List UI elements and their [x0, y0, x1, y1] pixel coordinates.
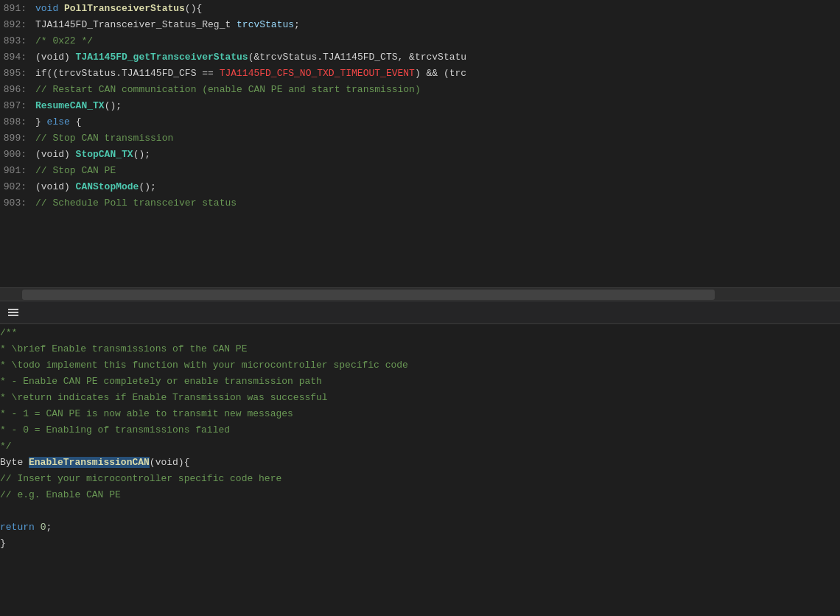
- call-902: ();: [139, 181, 155, 192]
- comment-893: /* 0x22 */: [35, 35, 93, 46]
- line-content-891: void PollTransceiverStatus(){: [35, 3, 202, 14]
- code-line-903: 903: // Schedule Poll transceiver status: [0, 197, 840, 214]
- code-line-eg: // e.g. Enable CAN PE: [0, 489, 840, 505]
- comment-eg: // e.g. Enable CAN PE: [0, 489, 121, 500]
- code-line-891: 891: void PollTransceiverStatus(){: [0, 3, 840, 19]
- line-c7: * - 0 = Enabling of transmissions failed: [0, 424, 230, 435]
- brace-898: }: [35, 116, 47, 127]
- args-894: (&trcvStatus.TJA1145FD_CTS, &trcvStatu: [248, 52, 466, 63]
- horizontal-scrollbar[interactable]: [0, 287, 840, 301]
- code-line-901: 901: // Stop CAN PE: [0, 165, 840, 181]
- code-line-close: }: [0, 538, 840, 554]
- code-line-comment-1: /**: [0, 327, 840, 343]
- code-line-empty: [0, 505, 840, 522]
- func-name-poll: PollTransceiverStatus: [64, 3, 185, 14]
- func-resume: ResumeCAN_TX: [35, 100, 105, 111]
- code-line-895: 895: if((trcvStatus.TJA1145FD_CFS == TJA…: [0, 68, 840, 84]
- keyword-void: void: [35, 3, 64, 14]
- call-897: ();: [105, 100, 122, 111]
- comment-zero: * - 0 = Enabling of transmissions failed: [0, 424, 230, 435]
- code-line-900: 900: (void) StopCAN_TX();: [0, 149, 840, 165]
- line-c2: * \brief Enable transmissions of the CAN…: [0, 343, 247, 354]
- panel-icon: [6, 305, 21, 320]
- line-num-892: 892:: [0, 19, 35, 30]
- code-line-comment-5: * \return indicates if Enable Transmissi…: [0, 392, 840, 408]
- line-return: return 0;: [0, 522, 52, 533]
- svg-rect-1: [8, 312, 18, 313]
- line-num-899: 899:: [0, 133, 35, 144]
- closing-brace: }: [0, 538, 6, 549]
- line-content-897: ResumeCAN_TX();: [35, 100, 122, 111]
- space-return: [35, 522, 41, 533]
- bottom-code-lines: /** * \brief Enable transmissions of the…: [0, 324, 840, 557]
- line-c8: */: [0, 441, 12, 452]
- line-num-896: 896:: [0, 84, 35, 95]
- func-stopcan: StopCAN_TX: [76, 149, 133, 160]
- comment-903: // Schedule Poll transceiver status: [35, 197, 237, 209]
- comment-insert: // Insert your microcontroller specific …: [0, 473, 281, 484]
- line-eg: // e.g. Enable CAN PE: [0, 489, 121, 500]
- func-getTransceiver: TJA1145FD_getTransceiverStatus: [76, 52, 248, 63]
- line-content-903: // Schedule Poll transceiver status: [35, 197, 237, 209]
- byte-type: Byte: [0, 457, 29, 468]
- semicolon: ;: [294, 19, 300, 30]
- func-sig-rest: (void){: [150, 457, 190, 468]
- line-c1: /**: [0, 327, 17, 338]
- line-num-903: 903:: [0, 197, 35, 209]
- line-func-sig: Byte EnableTransmissionCAN(void){: [0, 457, 189, 468]
- code-line-892: 892: TJA1145FD_Transceiver_Status_Reg_t …: [0, 19, 840, 35]
- comment-enable: * - Enable CAN PE completely or enable t…: [0, 376, 322, 387]
- line-num-895: 895:: [0, 68, 35, 79]
- void-cast-902: (void): [35, 181, 76, 192]
- if-895: if((trcvStatus.TJA1145FD_CFS ==: [35, 68, 220, 79]
- type-decl: TJA1145FD_Transceiver_Status_Reg_t: [35, 19, 237, 30]
- brace-open-898: {: [70, 116, 82, 127]
- code-line-comment-4: * - Enable CAN PE completely or enable t…: [0, 376, 840, 392]
- macro-timeout: TJA1145FD_CFS_NO_TXD_TIMEOUT_EVENT: [220, 68, 415, 79]
- line-num-902: 902:: [0, 181, 35, 192]
- code-line-899: 899: // Stop CAN transmission: [0, 133, 840, 149]
- code-line-return: return 0;: [0, 522, 840, 538]
- comment-901: // Stop CAN PE: [35, 165, 116, 176]
- comment-899: // Stop CAN transmission: [35, 133, 173, 144]
- line-empty: [0, 505, 6, 517]
- line-num-897: 897:: [0, 100, 35, 111]
- line-content-899: // Stop CAN transmission: [35, 133, 173, 144]
- code-line-insert: // Insert your microcontroller specific …: [0, 473, 840, 489]
- editor-container: 891: void PollTransceiverStatus(){ 892: …: [0, 0, 840, 616]
- keyword-return: return: [0, 522, 35, 533]
- top-code-panel: 891: void PollTransceiverStatus(){ 892: …: [0, 0, 840, 287]
- svg-rect-0: [8, 309, 18, 310]
- code-line-902: 902: (void) CANStopMode();: [0, 181, 840, 197]
- code-line-896: 896: // Restart CAN communication (enabl…: [0, 84, 840, 100]
- line-c6: * - 1 = CAN PE is now able to transmit n…: [0, 408, 293, 419]
- bottom-code-panel: /** * \brief Enable transmissions of the…: [0, 324, 840, 616]
- comment-return: * \return indicates if Enable Transmissi…: [0, 392, 328, 403]
- line-content-894: (void) TJA1145FD_getTransceiverStatus(&t…: [35, 52, 466, 63]
- scrollbar-thumb[interactable]: [22, 290, 715, 300]
- code-line-897: 897: ResumeCAN_TX();: [0, 100, 840, 116]
- svg-rect-2: [8, 315, 18, 316]
- func-enable-highlight: EnableTransmissionCAN: [29, 457, 150, 468]
- code-line-comment-8: */: [0, 441, 840, 457]
- line-content-902: (void) CANStopMode();: [35, 181, 156, 192]
- call-900: ();: [133, 149, 150, 160]
- void-cast-900: (void): [35, 149, 76, 160]
- code-line-comment-7: * - 0 = Enabling of transmissions failed: [0, 424, 840, 441]
- code-line-comment-6: * - 1 = CAN PE is now able to transmit n…: [0, 408, 840, 424]
- line-content-901: // Stop CAN PE: [35, 165, 116, 176]
- paren-open: (){: [185, 3, 202, 14]
- line-num-891: 891:: [0, 3, 35, 14]
- comment-end: */: [0, 441, 12, 452]
- line-num-894: 894:: [0, 52, 35, 63]
- line-num-900: 900:: [0, 149, 35, 160]
- code-line-comment-2: * \brief Enable transmissions of the CAN…: [0, 343, 840, 360]
- line-content-900: (void) StopCAN_TX();: [35, 149, 150, 160]
- code-line-894: 894: (void) TJA1145FD_getTransceiverStat…: [0, 52, 840, 68]
- comment-896: // Restart CAN communication (enable CAN…: [35, 84, 421, 95]
- line-num-898: 898:: [0, 116, 35, 127]
- void-cast-894: (void): [35, 52, 76, 63]
- code-line-func-sig: Byte EnableTransmissionCAN(void){: [0, 457, 840, 473]
- line-num-893: 893:: [0, 35, 35, 46]
- line-num-901: 901:: [0, 165, 35, 176]
